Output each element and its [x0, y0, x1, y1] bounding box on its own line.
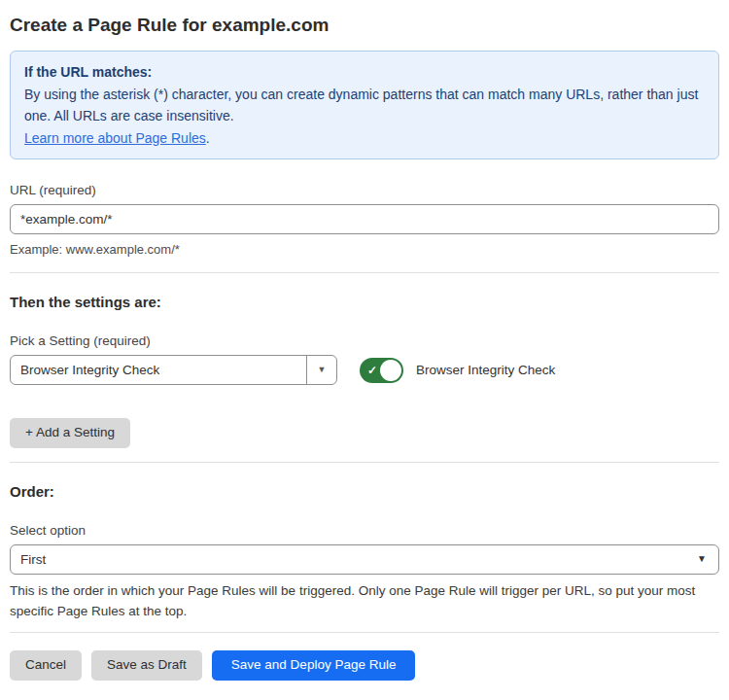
order-helper-text: This is the order in which your Page Rul… [10, 580, 719, 621]
link-suffix: . [206, 130, 210, 146]
setting-row: Browser Integrity Check ▼ ✓ Browser Inte… [10, 355, 719, 385]
pick-setting-label: Pick a Setting (required) [10, 333, 719, 348]
page-title: Create a Page Rule for example.com [10, 15, 719, 36]
divider [10, 272, 719, 273]
learn-more-link[interactable]: Learn more about Page Rules [24, 130, 206, 146]
order-select-value: First [11, 552, 697, 567]
order-select-label: Select option [10, 523, 719, 538]
info-box-heading: If the URL matches: [24, 61, 705, 84]
save-draft-button[interactable]: Save as Draft [91, 650, 202, 681]
toggle-wrap: ✓ Browser Integrity Check [360, 358, 555, 383]
save-deploy-button[interactable]: Save and Deploy Page Rule [212, 650, 416, 681]
url-example-helper: Example: www.example.com/* [10, 242, 719, 257]
url-match-info-box: If the URL matches: By using the asteris… [10, 51, 719, 159]
toggle-knob [380, 360, 401, 381]
divider [10, 632, 719, 633]
browser-integrity-toggle[interactable]: ✓ [360, 358, 403, 383]
order-section-heading: Order: [10, 483, 719, 500]
footer-buttons: Cancel Save as Draft Save and Deploy Pag… [10, 650, 719, 681]
order-select[interactable]: First ▼ [10, 544, 719, 575]
settings-section-heading: Then the settings are: [10, 294, 719, 310]
setting-select-value: Browser Integrity Check [11, 363, 306, 377]
cancel-button[interactable]: Cancel [10, 650, 82, 681]
check-icon: ✓ [367, 365, 377, 376]
setting-select[interactable]: Browser Integrity Check ▼ [10, 355, 337, 385]
info-box-link-line: Learn more about Page Rules. [24, 127, 705, 150]
url-input[interactable] [10, 204, 719, 234]
setting-select-arrow-button[interactable]: ▼ [306, 356, 336, 384]
chevron-down-icon: ▼ [318, 366, 327, 374]
url-field-label: URL (required) [10, 183, 719, 197]
info-box-body: By using the asterisk (*) character, you… [24, 84, 705, 127]
chevron-down-icon: ▼ [697, 554, 707, 564]
toggle-label: Browser Integrity Check [416, 363, 555, 377]
page-rule-form: Create a Page Rule for example.com If th… [0, 0, 729, 681]
add-setting-button[interactable]: + Add a Setting [10, 418, 130, 448]
divider [10, 462, 719, 463]
